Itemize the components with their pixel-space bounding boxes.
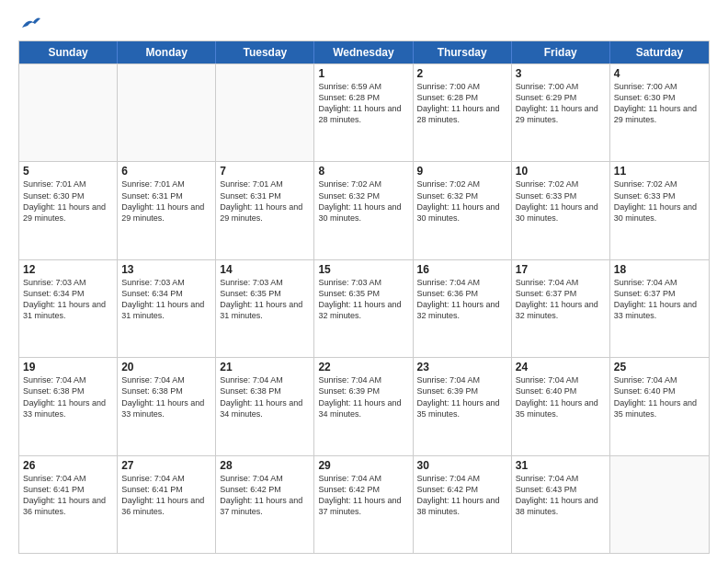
day-number: 15 [318, 263, 408, 276]
calendar-cell [118, 64, 216, 161]
calendar-cell: 27Sunrise: 7:04 AM Sunset: 6:41 PM Dayli… [118, 456, 216, 553]
calendar-cell: 26Sunrise: 7:04 AM Sunset: 6:41 PM Dayli… [19, 456, 118, 553]
cell-info: Sunrise: 7:04 AM Sunset: 6:43 PM Dayligh… [516, 473, 606, 518]
cell-info: Sunrise: 7:00 AM Sunset: 6:30 PM Dayligh… [614, 81, 705, 126]
day-number: 11 [614, 165, 705, 178]
day-number: 3 [516, 67, 606, 80]
day-number: 7 [220, 165, 310, 178]
header-day-monday: Monday [118, 41, 216, 63]
calendar-cell: 25Sunrise: 7:04 AM Sunset: 6:40 PM Dayli… [610, 358, 709, 454]
day-number: 14 [220, 263, 310, 276]
calendar-row-3: 19Sunrise: 7:04 AM Sunset: 6:38 PM Dayli… [19, 357, 709, 454]
cell-info: Sunrise: 7:04 AM Sunset: 6:37 PM Dayligh… [516, 277, 606, 322]
calendar: SundayMondayTuesdayWednesdayThursdayFrid… [18, 40, 710, 554]
header-day-thursday: Thursday [414, 41, 512, 63]
calendar-cell: 16Sunrise: 7:04 AM Sunset: 6:36 PM Dayli… [414, 260, 512, 357]
calendar-cell: 28Sunrise: 7:04 AM Sunset: 6:42 PM Dayli… [216, 456, 314, 553]
cell-info: Sunrise: 7:02 AM Sunset: 6:33 PM Dayligh… [516, 178, 606, 224]
calendar-cell: 14Sunrise: 7:03 AM Sunset: 6:35 PM Dayli… [216, 260, 314, 357]
cell-info: Sunrise: 7:00 AM Sunset: 6:29 PM Dayligh… [516, 81, 606, 126]
day-number: 19 [23, 361, 113, 373]
calendar-cell: 22Sunrise: 7:04 AM Sunset: 6:39 PM Dayli… [314, 358, 413, 454]
cell-info: Sunrise: 7:01 AM Sunset: 6:31 PM Dayligh… [220, 178, 310, 224]
calendar-cell: 10Sunrise: 7:02 AM Sunset: 6:33 PM Dayli… [512, 162, 610, 259]
cell-info: Sunrise: 7:04 AM Sunset: 6:42 PM Dayligh… [417, 473, 507, 518]
calendar-cell: 31Sunrise: 7:04 AM Sunset: 6:43 PM Dayli… [512, 456, 610, 553]
calendar-row-1: 5Sunrise: 7:01 AM Sunset: 6:30 PM Daylig… [19, 161, 709, 259]
day-number: 21 [220, 361, 310, 373]
calendar-cell: 12Sunrise: 7:03 AM Sunset: 6:34 PM Dayli… [19, 260, 118, 357]
day-number: 9 [417, 165, 507, 178]
cell-info: Sunrise: 7:01 AM Sunset: 6:31 PM Dayligh… [121, 178, 211, 224]
calendar-cell: 3Sunrise: 7:00 AM Sunset: 6:29 PM Daylig… [512, 64, 610, 161]
calendar-cell: 18Sunrise: 7:04 AM Sunset: 6:37 PM Dayli… [610, 260, 709, 357]
day-number: 23 [417, 361, 507, 373]
day-number: 29 [318, 459, 408, 472]
calendar-cell [216, 64, 314, 161]
header-day-wednesday: Wednesday [314, 41, 413, 63]
calendar-cell: 5Sunrise: 7:01 AM Sunset: 6:30 PM Daylig… [19, 162, 118, 259]
day-number: 27 [121, 459, 211, 472]
header-day-saturday: Saturday [610, 41, 709, 63]
day-number: 20 [121, 361, 211, 373]
calendar-cell: 11Sunrise: 7:02 AM Sunset: 6:33 PM Dayli… [610, 162, 709, 259]
day-number: 6 [121, 165, 211, 178]
calendar-cell [19, 64, 118, 161]
day-number: 2 [417, 67, 507, 80]
day-number: 28 [220, 459, 310, 472]
day-number: 1 [318, 67, 408, 80]
header-day-friday: Friday [512, 41, 610, 63]
cell-info: Sunrise: 7:03 AM Sunset: 6:35 PM Dayligh… [220, 277, 310, 322]
cell-info: Sunrise: 7:02 AM Sunset: 6:32 PM Dayligh… [417, 178, 507, 224]
calendar-cell: 7Sunrise: 7:01 AM Sunset: 6:31 PM Daylig… [216, 162, 314, 259]
cell-info: Sunrise: 7:04 AM Sunset: 6:38 PM Dayligh… [23, 374, 113, 419]
cell-info: Sunrise: 7:04 AM Sunset: 6:39 PM Dayligh… [318, 374, 408, 419]
logo-bird-icon [20, 15, 40, 31]
day-number: 22 [318, 361, 408, 373]
header-day-tuesday: Tuesday [216, 41, 314, 63]
day-number: 18 [614, 263, 705, 276]
calendar-cell: 4Sunrise: 7:00 AM Sunset: 6:30 PM Daylig… [610, 64, 709, 161]
calendar-cell: 13Sunrise: 7:03 AM Sunset: 6:34 PM Dayli… [118, 260, 216, 357]
calendar-cell: 24Sunrise: 7:04 AM Sunset: 6:40 PM Dayli… [512, 358, 610, 454]
day-number: 30 [417, 459, 507, 472]
calendar-cell: 19Sunrise: 7:04 AM Sunset: 6:38 PM Dayli… [19, 358, 118, 454]
calendar-row-4: 26Sunrise: 7:04 AM Sunset: 6:41 PM Dayli… [19, 455, 709, 553]
day-number: 10 [516, 165, 606, 178]
cell-info: Sunrise: 7:03 AM Sunset: 6:34 PM Dayligh… [121, 277, 211, 322]
cell-info: Sunrise: 7:03 AM Sunset: 6:35 PM Dayligh… [318, 277, 408, 322]
day-number: 12 [23, 263, 113, 276]
calendar-cell: 21Sunrise: 7:04 AM Sunset: 6:38 PM Dayli… [216, 358, 314, 454]
cell-info: Sunrise: 7:00 AM Sunset: 6:28 PM Dayligh… [417, 81, 507, 126]
cell-info: Sunrise: 7:04 AM Sunset: 6:40 PM Dayligh… [516, 374, 606, 419]
cell-info: Sunrise: 7:02 AM Sunset: 6:32 PM Dayligh… [318, 178, 408, 224]
cell-info: Sunrise: 7:04 AM Sunset: 6:41 PM Dayligh… [23, 473, 113, 518]
calendar-header: SundayMondayTuesdayWednesdayThursdayFrid… [19, 41, 709, 63]
calendar-row-0: 1Sunrise: 6:59 AM Sunset: 6:28 PM Daylig… [19, 63, 709, 161]
cell-info: Sunrise: 7:04 AM Sunset: 6:38 PM Dayligh… [220, 374, 310, 419]
cell-info: Sunrise: 7:04 AM Sunset: 6:38 PM Dayligh… [121, 374, 211, 419]
logo [18, 15, 40, 31]
calendar-cell: 29Sunrise: 7:04 AM Sunset: 6:42 PM Dayli… [314, 456, 413, 553]
header-day-sunday: Sunday [19, 41, 118, 63]
day-number: 13 [121, 263, 211, 276]
day-number: 31 [516, 459, 606, 472]
calendar-cell: 23Sunrise: 7:04 AM Sunset: 6:39 PM Dayli… [414, 358, 512, 454]
calendar-cell [610, 456, 709, 553]
cell-info: Sunrise: 7:04 AM Sunset: 6:41 PM Dayligh… [121, 473, 211, 518]
cell-info: Sunrise: 7:04 AM Sunset: 6:37 PM Dayligh… [614, 277, 705, 322]
cell-info: Sunrise: 6:59 AM Sunset: 6:28 PM Dayligh… [318, 81, 408, 126]
header [18, 15, 710, 31]
calendar-cell: 1Sunrise: 6:59 AM Sunset: 6:28 PM Daylig… [314, 64, 413, 161]
calendar-cell: 8Sunrise: 7:02 AM Sunset: 6:32 PM Daylig… [314, 162, 413, 259]
calendar-cell: 17Sunrise: 7:04 AM Sunset: 6:37 PM Dayli… [512, 260, 610, 357]
cell-info: Sunrise: 7:01 AM Sunset: 6:30 PM Dayligh… [23, 178, 113, 224]
day-number: 24 [516, 361, 606, 373]
day-number: 16 [417, 263, 507, 276]
page: SundayMondayTuesdayWednesdayThursdayFrid… [0, 0, 728, 563]
cell-info: Sunrise: 7:04 AM Sunset: 6:40 PM Dayligh… [614, 374, 705, 419]
cell-info: Sunrise: 7:03 AM Sunset: 6:34 PM Dayligh… [23, 277, 113, 322]
calendar-cell: 30Sunrise: 7:04 AM Sunset: 6:42 PM Dayli… [414, 456, 512, 553]
calendar-cell: 6Sunrise: 7:01 AM Sunset: 6:31 PM Daylig… [118, 162, 216, 259]
day-number: 25 [614, 361, 705, 373]
